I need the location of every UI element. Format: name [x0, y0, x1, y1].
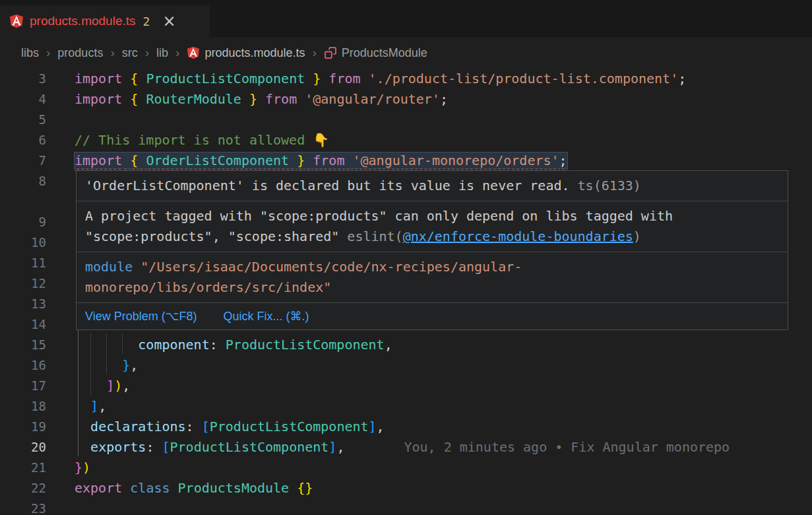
code-content: ]),: [46, 376, 130, 396]
code-line-17[interactable]: 17 ]),: [0, 376, 812, 396]
line-number[interactable]: 23: [0, 498, 46, 515]
code-content: import { RouterModule } from '@angular/r…: [46, 89, 448, 110]
token-pun: [122, 480, 130, 496]
code-content: [46, 314, 75, 335]
token-pun: :: [146, 439, 162, 455]
token-txt: A project tagged with "scope:products" c…: [85, 208, 673, 224]
breadcrumb-item-products[interactable]: products: [57, 46, 103, 60]
line-number[interactable]: 19: [0, 417, 46, 437]
token-txt: [133, 259, 141, 275]
breadcrumb-item-symbol[interactable]: ProductsModule: [324, 46, 427, 60]
code-line-19[interactable]: 19 declarations: [ProductListComponent],: [0, 417, 812, 437]
line-number[interactable]: 6: [0, 130, 46, 151]
line-number[interactable]: 18: [0, 396, 46, 417]
quick-fix-action[interactable]: Quick Fix... (⌘.): [223, 307, 309, 326]
code-line-16[interactable]: 16 },: [0, 355, 812, 376]
code-line-18[interactable]: 18 ],: [0, 396, 812, 417]
line-number[interactable]: 16: [0, 355, 46, 376]
code-content: [46, 498, 75, 515]
hover-actions: View Problem (⌥F8) Quick Fix... (⌘.): [77, 303, 788, 329]
code-line-20[interactable]: 20 exports: [ProductListComponent],You, …: [0, 437, 812, 458]
code-line-3[interactable]: 3import { ProductListComponent } from '.…: [0, 69, 812, 89]
line-number[interactable]: 8: [0, 171, 46, 212]
token-cls: ProductListComponent: [226, 337, 385, 353]
token-pun: [75, 378, 106, 394]
line-number[interactable]: 9: [0, 212, 46, 232]
code-line-22[interactable]: 22export class ProductsModule {}: [0, 478, 812, 498]
token-pun: [75, 337, 138, 353]
line-number[interactable]: 14: [0, 314, 46, 335]
hover-section-eslint: A project tagged with "scope:products" c…: [77, 201, 788, 252]
class-symbol-icon: [324, 46, 337, 59]
vscode-window: products.module.ts 2 × libs › products ›…: [0, 0, 812, 515]
breadcrumb-symbol-label: ProductsModule: [342, 46, 427, 60]
token-str: monorepo/libs/orders/src/index": [85, 279, 331, 295]
line-number[interactable]: 10: [0, 232, 46, 253]
token-pun: ;: [559, 153, 567, 168]
view-problem-action[interactable]: View Problem (⌥F8): [85, 307, 197, 326]
token-kw: from: [328, 71, 360, 86]
line-number[interactable]: 11: [0, 253, 46, 273]
token-b3: [: [202, 419, 210, 434]
token-b3: }: [122, 357, 130, 373]
token-pun: [344, 153, 352, 168]
hover-section-module-path: module "/Users/isaac/Documents/code/nx-r…: [77, 252, 788, 303]
line-number[interactable]: 5: [0, 110, 46, 130]
breadcrumb-item-file[interactable]: products.module.ts: [187, 46, 305, 60]
token-kw: import: [75, 71, 122, 86]
line-number[interactable]: 20: [0, 437, 46, 458]
tab-products-module[interactable]: products.module.ts 2 ×: [0, 5, 210, 37]
code-line-4[interactable]: 4import { RouterModule } from '@angular/…: [0, 89, 812, 110]
code-content: [46, 212, 75, 232]
line-number[interactable]: 7: [0, 151, 46, 171]
code-line-6[interactable]: 6// This import is not allowed 👇: [0, 130, 812, 151]
token-dim: ): [633, 228, 641, 244]
line-number[interactable]: 17: [0, 376, 46, 396]
code-content: [46, 273, 75, 294]
token-kw: from: [313, 153, 344, 168]
code-content: [46, 110, 75, 130]
line-number[interactable]: 15: [0, 335, 46, 355]
module-path-line2: monorepo/libs/orders/src/index": [85, 277, 779, 298]
ts-diagnostic-message: 'OrderListComponent' is declared but its…: [85, 176, 779, 196]
code-content: declarations: [ProductListComponent],: [46, 417, 385, 437]
line-number[interactable]: 13: [0, 294, 46, 314]
chevron-right-icon: ›: [175, 46, 180, 60]
line-number[interactable]: 21: [0, 458, 46, 478]
token-b1: }: [249, 91, 257, 107]
line-number[interactable]: 4: [0, 89, 46, 110]
breadcrumb-item-libs[interactable]: libs: [21, 46, 39, 60]
token-pun: [75, 439, 90, 455]
token-cls: RouterModule: [146, 91, 241, 107]
breadcrumb-item-lib[interactable]: lib: [156, 46, 168, 60]
token-b1: ): [114, 378, 122, 394]
line-number[interactable]: 3: [0, 69, 46, 89]
code-content: ],: [46, 396, 106, 417]
token-pun: ;: [678, 71, 686, 86]
token-b1: }: [305, 480, 313, 496]
code-line-23[interactable]: 23: [0, 498, 812, 515]
token-b3: ]: [369, 419, 377, 434]
token-b2: }: [75, 460, 82, 475]
token-pun: [138, 153, 146, 168]
eslint-rule-link[interactable]: @nx/enforce-module-boundaries: [403, 228, 633, 244]
module-path-line1: module "/Users/isaac/Documents/code/nx-r…: [85, 257, 779, 277]
token-pun: ,: [98, 398, 106, 414]
token-str: './product-list/product-list.component': [369, 71, 679, 86]
token-pun: [289, 153, 297, 168]
git-blame-annotation: You, 2 minutes ago • Fix Angular monorep…: [404, 439, 730, 455]
token-str: '@angular-monorepo/orders': [353, 153, 559, 168]
breadcrumb-item-src[interactable]: src: [122, 46, 138, 60]
close-icon[interactable]: ×: [162, 13, 175, 29]
token-cls: OrderListComponent: [146, 153, 289, 168]
token-pun: ,: [122, 378, 130, 394]
token-b1: {: [130, 91, 138, 107]
code-line-15[interactable]: 15 component: ProductListComponent,: [0, 335, 812, 355]
code-line-7[interactable]: 7import { OrderListComponent } from '@an…: [0, 151, 812, 171]
line-number[interactable]: 22: [0, 478, 46, 498]
code-line-5[interactable]: 5: [0, 110, 812, 130]
eslint-diagnostic-line1: A project tagged with "scope:products" c…: [85, 206, 779, 226]
token-pun: [289, 480, 297, 496]
code-line-21[interactable]: 21}): [0, 458, 812, 478]
line-number[interactable]: 12: [0, 273, 46, 294]
